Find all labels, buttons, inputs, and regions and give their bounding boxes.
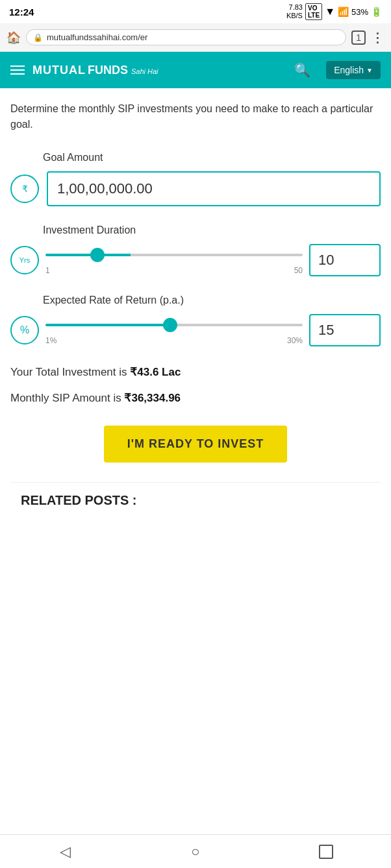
monthly-sip-value: ₹36,334.96: [124, 392, 181, 404]
rate-slider[interactable]: [45, 324, 303, 326]
goal-amount-input[interactable]: [47, 171, 381, 206]
logo-funds: FUNDS: [88, 64, 128, 77]
url-text: mutualfundssahihai.com/er: [47, 32, 147, 42]
monthly-sip-label: Monthly SIP Amount is: [10, 392, 124, 404]
browser-bar: 🏠 🔒 mutualfundssahihai.com/er 1 ⋮: [0, 23, 391, 52]
rate-max-label: 30%: [287, 336, 303, 345]
wifi-icon: ▼: [325, 6, 335, 18]
duration-slider-labels: 1 50: [45, 266, 303, 275]
rupee-icon: ₹: [10, 175, 39, 203]
related-posts-section: RELATED POSTS :: [10, 482, 381, 518]
bottom-navigation: ◁ ○: [0, 834, 391, 868]
expected-rate-label: Expected Rate of Return (p.a.): [43, 295, 381, 306]
duration-min-label: 1: [45, 266, 50, 275]
page-description: Determine the monthly SIP investments yo…: [10, 101, 381, 132]
status-bar: 12:24 7.83 KB/S VOLTE ▼ 📶 53% 🔋: [0, 0, 391, 23]
logo-sahihai: Sahi Hai: [131, 67, 158, 75]
expected-rate-section: Expected Rate of Return (p.a.) % 1% 30%: [10, 295, 381, 346]
rate-min-label: 1%: [45, 336, 57, 345]
logo-mutual: MUTUAL: [32, 64, 86, 77]
total-investment-label: Your Total Investment is: [10, 366, 130, 378]
years-icon: Yrs: [10, 246, 39, 274]
duration-slider-wrap: [45, 245, 303, 265]
invest-button[interactable]: I'M READY TO INVEST: [104, 426, 288, 463]
goal-amount-label: Goal Amount: [43, 152, 381, 163]
total-investment-line: Your Total Investment is ₹43.6 Lac: [10, 365, 381, 380]
back-button[interactable]: ◁: [45, 839, 84, 865]
home-icon[interactable]: 🏠: [6, 30, 21, 45]
logo: MUTUAL FUNDS Sahi Hai: [32, 64, 286, 77]
goal-amount-row: ₹: [10, 171, 381, 206]
status-time: 12:24: [9, 6, 34, 18]
duration-max-label: 50: [294, 266, 303, 275]
lock-icon: 🔒: [33, 33, 43, 42]
monthly-sip-line: Monthly SIP Amount is ₹36,334.96: [10, 391, 381, 406]
network-speed: 7.83 KB/S: [286, 3, 303, 20]
status-right: 7.83 KB/S VOLTE ▼ 📶 53% 🔋: [286, 3, 382, 20]
tab-count[interactable]: 1: [351, 30, 366, 45]
home-button[interactable]: ○: [176, 839, 215, 865]
expected-rate-row: % 1% 30%: [10, 314, 381, 346]
language-dropdown-arrow: ▼: [366, 67, 373, 74]
language-label: English: [334, 65, 364, 75]
browser-menu-icon[interactable]: ⋮: [371, 30, 385, 45]
goal-amount-section: Goal Amount ₹: [10, 152, 381, 206]
recents-button[interactable]: [307, 839, 346, 865]
investment-duration-label: Investment Duration: [43, 224, 381, 236]
battery-percent: 53%: [351, 7, 368, 17]
nav-header: MUTUAL FUNDS Sahi Hai 🔍 English ▼: [0, 52, 391, 88]
hamburger-menu[interactable]: [10, 66, 25, 75]
language-button[interactable]: English ▼: [326, 61, 381, 79]
cta-container: I'M READY TO INVEST: [10, 426, 381, 463]
duration-value-input[interactable]: [309, 244, 381, 276]
rate-slider-container: 1% 30%: [45, 315, 303, 345]
search-icon[interactable]: 🔍: [294, 62, 310, 78]
main-content: Determine the monthly SIP investments yo…: [0, 88, 391, 531]
duration-slider[interactable]: [45, 254, 303, 256]
recents-icon: [319, 845, 333, 859]
investment-duration-section: Investment Duration Yrs 1 50: [10, 224, 381, 276]
investment-duration-row: Yrs 1 50: [10, 244, 381, 276]
signal-icon: 📶: [338, 6, 349, 17]
results-section: Your Total Investment is ₹43.6 Lac Month…: [10, 365, 381, 406]
total-investment-value: ₹43.6 Lac: [130, 366, 181, 378]
url-bar[interactable]: 🔒 mutualfundssahihai.com/er: [26, 29, 346, 45]
battery-icon: 🔋: [371, 6, 382, 17]
percent-icon: %: [10, 316, 39, 344]
rate-slider-wrap: [45, 315, 303, 335]
duration-slider-container: 1 50: [45, 245, 303, 275]
rate-value-input[interactable]: [309, 314, 381, 346]
rate-slider-labels: 1% 30%: [45, 336, 303, 345]
related-posts-title: RELATED POSTS :: [21, 493, 137, 507]
network-type-icon: VOLTE: [305, 3, 322, 20]
